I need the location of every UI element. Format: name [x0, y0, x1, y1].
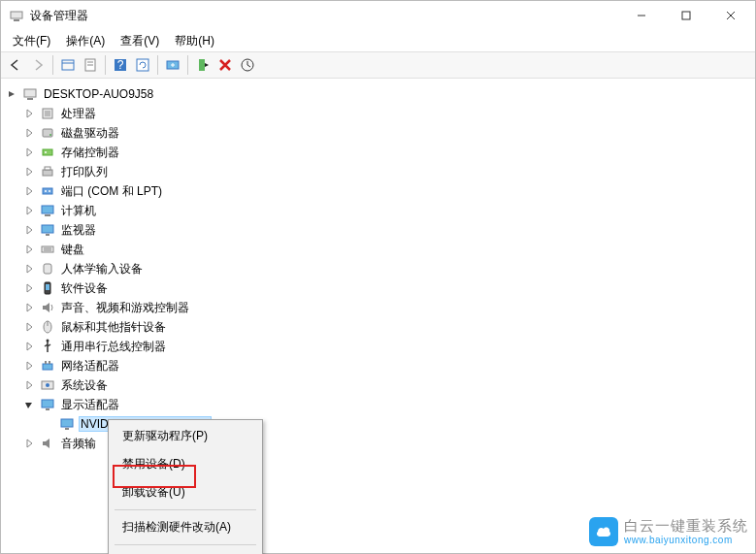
- svg-point-24: [45, 151, 47, 153]
- svg-rect-26: [45, 167, 50, 170]
- svg-rect-31: [45, 214, 50, 216]
- cm-properties[interactable]: 属性(R): [111, 548, 260, 554]
- back-button[interactable]: [5, 54, 26, 76]
- gpu-icon: [59, 416, 75, 432]
- svg-rect-37: [44, 264, 51, 274]
- maximize-button[interactable]: [664, 1, 708, 30]
- expander-icon[interactable]: [22, 340, 36, 353]
- expander-icon[interactable]: [22, 359, 36, 373]
- svg-text:?: ?: [117, 58, 124, 72]
- svg-rect-34: [42, 246, 53, 252]
- minimize-button[interactable]: [619, 1, 664, 30]
- expander-icon[interactable]: [22, 126, 36, 140]
- svg-rect-1: [14, 19, 19, 21]
- audio-in-icon: [40, 436, 55, 451]
- tree-category[interactable]: 磁盘驱动器: [22, 123, 755, 143]
- scan-hardware-button[interactable]: [237, 54, 258, 76]
- tree-category[interactable]: 软件设备: [22, 278, 755, 298]
- category-label: 软件设备: [59, 279, 110, 298]
- cpu-icon: [40, 106, 55, 121]
- expander-icon[interactable]: [22, 437, 36, 450]
- expander-icon[interactable]: [22, 165, 36, 179]
- svg-point-47: [46, 383, 49, 387]
- expander-icon[interactable]: [22, 301, 36, 314]
- tree-root-node[interactable]: DESKTOP-AUO9J58: [5, 84, 755, 104]
- svg-rect-18: [27, 98, 33, 100]
- tree-category[interactable]: 通用串行总线控制器: [22, 337, 755, 356]
- svg-rect-17: [24, 89, 36, 97]
- expander-icon[interactable]: [22, 204, 36, 217]
- refresh-button[interactable]: [132, 54, 153, 76]
- category-label: 端口 (COM 和 LPT): [59, 182, 164, 201]
- properties-button[interactable]: [80, 54, 101, 76]
- cm-separator: [115, 509, 256, 510]
- disk-icon: [40, 125, 55, 141]
- category-label: 显示适配器: [59, 396, 121, 414]
- tree-category[interactable]: 网络适配器: [22, 356, 755, 375]
- expander-icon[interactable]: [22, 184, 36, 198]
- menubar: 文件(F) 操作(A) 查看(V) 帮助(H): [1, 30, 755, 51]
- category-label: 监视器: [59, 221, 98, 240]
- cm-scan-hardware[interactable]: 扫描检测硬件改动(A): [111, 513, 260, 541]
- tree-category[interactable]: 人体学输入设备: [22, 259, 755, 278]
- toolbar-separator: [52, 55, 53, 75]
- svg-rect-49: [46, 408, 49, 410]
- expander-icon[interactable]: [22, 107, 36, 120]
- watermark-logo-icon: [589, 517, 618, 546]
- mouse-icon: [40, 319, 55, 335]
- tree-category[interactable]: 打印队列: [22, 162, 755, 181]
- menu-help[interactable]: 帮助(H): [167, 31, 222, 51]
- monitor-icon: [40, 222, 55, 238]
- expander-icon[interactable]: [22, 243, 36, 256]
- tree-category[interactable]: 计算机: [22, 201, 755, 220]
- expander-icon[interactable]: [22, 378, 36, 392]
- update-driver-button[interactable]: [162, 54, 183, 76]
- tree-category[interactable]: 端口 (COM 和 LPT): [22, 181, 755, 201]
- svg-rect-50: [61, 419, 73, 427]
- printer-icon: [40, 164, 55, 179]
- expander-icon[interactable]: [5, 87, 18, 101]
- expander-icon[interactable]: [22, 398, 36, 411]
- svg-rect-51: [65, 428, 69, 430]
- menu-file[interactable]: 文件(F): [5, 31, 58, 51]
- cm-uninstall-device[interactable]: 卸载设备(U): [111, 478, 260, 506]
- expander-icon[interactable]: [22, 320, 36, 334]
- category-label: 人体学输入设备: [59, 260, 145, 278]
- tree-category[interactable]: 鼠标和其他指针设备: [22, 317, 755, 337]
- svg-rect-0: [11, 12, 22, 18]
- toolbar-separator: [105, 55, 106, 75]
- close-button[interactable]: [708, 1, 753, 30]
- category-label: 音频输: [59, 435, 98, 453]
- port-icon: [40, 183, 55, 199]
- tree-category[interactable]: 存储控制器: [22, 143, 755, 162]
- cm-update-driver[interactable]: 更新驱动程序(P): [111, 422, 260, 450]
- system-icon: [40, 377, 55, 393]
- toolbar-separator: [157, 55, 158, 75]
- menu-view[interactable]: 查看(V): [113, 31, 167, 51]
- tree-category[interactable]: 监视器: [22, 220, 755, 240]
- tree-category[interactable]: 系统设备: [22, 375, 755, 395]
- show-hidden-button[interactable]: [57, 54, 79, 76]
- forward-button[interactable]: [27, 54, 49, 76]
- uninstall-button[interactable]: [214, 54, 236, 76]
- help-button[interactable]: ?: [110, 54, 131, 76]
- enable-button[interactable]: [192, 54, 214, 76]
- expander-icon[interactable]: [22, 146, 36, 159]
- tree-category-display-adapters[interactable]: 显示适配器: [22, 395, 755, 414]
- keyboard-icon: [40, 242, 55, 257]
- menu-action[interactable]: 操作(A): [58, 31, 113, 51]
- category-label: 声音、视频和游戏控制器: [59, 299, 191, 317]
- cm-disable-device[interactable]: 禁用设备(D): [111, 450, 260, 478]
- svg-rect-32: [42, 225, 53, 233]
- svg-rect-3: [682, 12, 690, 19]
- tree-category[interactable]: 处理器: [22, 104, 755, 123]
- svg-rect-23: [43, 149, 52, 155]
- tree-category[interactable]: 键盘: [22, 240, 755, 259]
- expander-icon[interactable]: [22, 223, 36, 237]
- svg-point-28: [45, 190, 47, 192]
- expander-icon[interactable]: [22, 262, 36, 276]
- svg-rect-15: [199, 59, 205, 71]
- tree-category[interactable]: 声音、视频和游戏控制器: [22, 298, 755, 317]
- category-label: 磁盘驱动器: [59, 124, 121, 143]
- expander-icon[interactable]: [22, 281, 36, 295]
